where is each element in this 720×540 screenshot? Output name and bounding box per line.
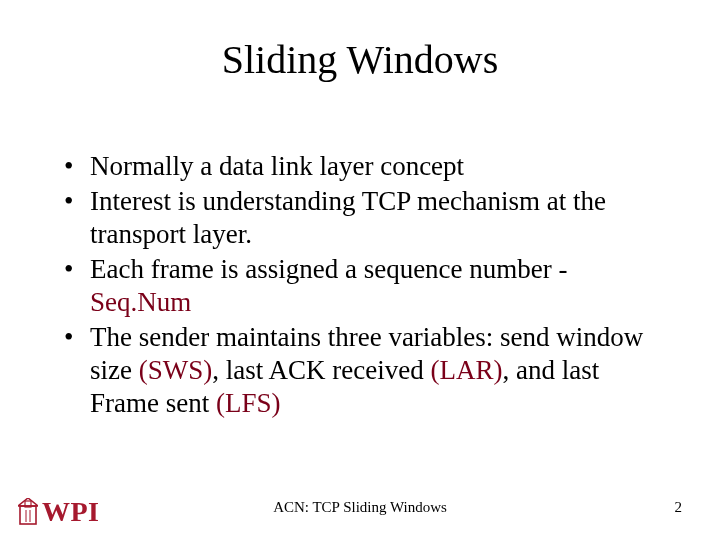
term-sws: (SWS) xyxy=(139,355,213,385)
bullet-text: Interest is understanding TCP mechanism … xyxy=(90,186,606,249)
bullet-text: Each frame is assigned a sequence number… xyxy=(90,254,568,284)
term-lar: (LAR) xyxy=(430,355,502,385)
bullet-text: , last ACK received xyxy=(212,355,430,385)
wpi-logo: WPI xyxy=(18,498,100,526)
svg-rect-0 xyxy=(20,506,36,524)
svg-marker-1 xyxy=(18,498,38,506)
bullet-item: Each frame is assigned a sequence number… xyxy=(64,253,672,319)
bullet-item: The sender maintains three variables: se… xyxy=(64,321,672,420)
slide: Sliding Windows Normally a data link lay… xyxy=(0,0,720,540)
bullet-text: Normally a data link layer concept xyxy=(90,151,464,181)
slide-title: Sliding Windows xyxy=(0,36,720,83)
slide-body: Normally a data link layer concept Inter… xyxy=(64,150,672,422)
bullet-item: Normally a data link layer concept xyxy=(64,150,672,183)
bullet-list: Normally a data link layer concept Inter… xyxy=(64,150,672,420)
term-lfs: (LFS) xyxy=(216,388,281,418)
wpi-logo-icon xyxy=(18,498,38,526)
bullet-item: Interest is understanding TCP mechanism … xyxy=(64,185,672,251)
footer-center: ACN: TCP Sliding Windows xyxy=(0,499,720,516)
term-seqnum: Seq.Num xyxy=(90,287,191,317)
page-number: 2 xyxy=(675,499,683,516)
wpi-logo-text: WPI xyxy=(42,498,100,526)
